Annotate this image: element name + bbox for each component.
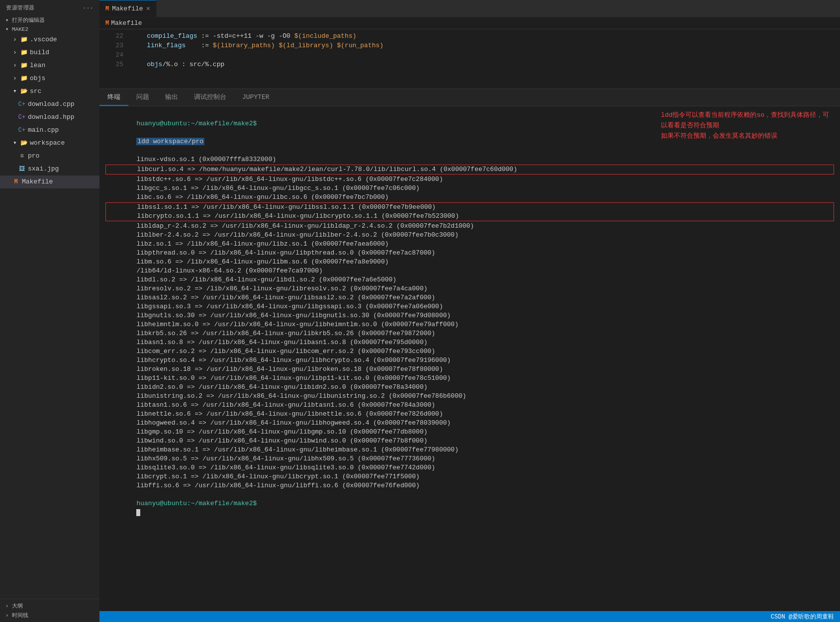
sidebar-item-main-cpp[interactable]: C+ main.cpp [0,124,99,137]
terminal-line-libcurl: libcurl.so.4 => /home/huanyu/makefile/ma… [105,165,834,175]
main-area: M Makefile × M Makefile 22 compile_flags… [99,0,840,622]
sidebar-more-button[interactable]: ··· [83,5,93,11]
status-bar-text: CSDN @爱听歌的周童鞋 [771,613,834,621]
timeline-label: 时间线 [12,612,28,619]
terminal-line-libsasl2: libsasl2.so.2 => /usr/lib/x86_64-linux-g… [105,293,834,302]
folder-icon: 📁 [20,73,28,84]
sidebar-item-objs[interactable]: 📁 objs [0,72,99,85]
terminal-line-libhx509: libhx509.so.5 => /usr/lib/x86_64-linux-g… [105,454,834,463]
terminal-line-libgssapi: libgssapi.so.3 => /usr/lib/x86_64-linux-… [105,302,834,311]
build-label: build [30,47,99,58]
workspace-label: workspace [30,138,99,149]
sidebar-item-src[interactable]: 📂 src [0,85,99,98]
sidebar-item-sxai[interactable]: 🖼 sxai.jpg [0,163,99,176]
terminal-line-libcrypt: libcrypt.so.1 => /lib/x86_64-linux-gnu/l… [105,472,834,481]
lean-label: lean [30,60,99,71]
terminal-line-libc: libc.so.6 => /lib/x86_64-linux-gnu/libc.… [105,193,834,202]
annotation-line1: ldd指令可以查看当前程序依赖的so，查找到具体路径，可以看看是否符合预期 [661,110,830,131]
make2-chevron [4,26,10,32]
terminal-line-libcrypto: libcrypto.so.1.1 => /usr/lib/x86_64-linu… [105,212,834,221]
outline-section[interactable]: 大纲 [0,601,99,611]
outline-chevron [4,603,10,609]
sidebar-item-download-cpp[interactable]: C+ download.cpp [0,98,99,111]
open-editors-label: 打开的编辑器 [12,16,45,24]
sidebar-item-pro[interactable]: ≡ pro [0,150,99,163]
objs-label: objs [30,73,99,84]
tab-jupyter[interactable]: JUPYTER [234,89,278,106]
sxai-label: sxai.jpg [28,164,99,175]
terminal-line-libkrb5: libkrb5.so.26 => /usr/lib/x86_64-linux-g… [105,329,834,338]
terminal-end-prompt: huanyu@ubuntu:~/makefile/make2$ [136,500,257,507]
hpp-icon: C+ [18,112,26,123]
terminal-line-libidn2: libidn2.so.0 => /usr/lib/x86_64-linux-gn… [105,383,834,392]
sidebar-item-download-hpp[interactable]: C+ download.hpp [0,111,99,124]
code-editor: 22 compile_flags := -std=c++11 -w -g -O0… [99,29,840,89]
sidebar-item-vscode[interactable]: 📁 .vscode [0,33,99,46]
tab-terminal[interactable]: 终端 [99,89,128,106]
terminal-line-libhcrypto: libhcrypto.so.4 => /usr/lib/x86_64-linux… [105,356,834,365]
code-line-23: 23 link_flags := $(library_paths) $(ld_l… [99,41,840,50]
terminal-line-libm: libm.so.6 => /lib/x86_64-linux-gnu/libm.… [105,258,834,267]
code-content: objs/%.o : src/%.cpp [131,60,836,69]
jpg-icon: 🖼 [18,164,26,175]
terminal-line-libz: libz.so.1 => /lib/x86_64-linux-gnu/libz.… [105,240,834,249]
sidebar-item-lean[interactable]: 📁 lean [0,59,99,72]
code-content [131,50,836,60]
terminal-end-prompt-line: huanyu@ubuntu:~/makefile/make2$ [105,490,834,526]
breadcrumb-icon: M [105,20,109,27]
workspace-folder-icon: 📂 [20,138,28,149]
open-editors-section[interactable]: 打开的编辑器 [0,15,99,25]
line-number: 24 [103,50,123,60]
make2-section[interactable]: MAKE2 [0,25,99,33]
makefile-label: Makefile [22,177,99,187]
sidebar-header: 资源管理器 ··· [0,0,99,15]
terminal-line-libasn1: libasn1.so.8 => /usr/lib/x86_64-linux-gn… [105,338,834,347]
code-line-25: 25 objs/%.o : src/%.cpp [99,60,840,69]
code-content: link_flags := $(library_paths) $(ld_libr… [131,41,836,50]
sidebar-item-workspace[interactable]: 📂 workspace [0,137,99,150]
sidebar-item-build[interactable]: 📁 build [0,46,99,59]
sidebar-item-makefile[interactable]: M Makefile [0,176,99,188]
tab-problems[interactable]: 问题 [128,89,157,106]
timeline-section[interactable]: 时间线 [0,611,99,620]
build-chevron [12,47,18,58]
terminal-line-libroken: libroken.so.18 => /usr/lib/x86_64-linux-… [105,365,834,374]
tab-makefile-icon: M [105,5,109,12]
main-cpp-label: main.cpp [28,125,99,136]
timeline-chevron [4,613,10,619]
make2-label: MAKE2 [12,26,28,32]
terminal-line-libstdc: libstdc++.so.6 => /usr/lib/x86_64-linux-… [105,175,834,184]
terminal-line-libtasn1: libtasn1.so.6 => /usr/lib/x86_64-linux-g… [105,401,834,410]
line-number: 22 [103,31,123,41]
terminal-line-liblber: liblber-2.4.so.2 => /usr/lib/x86_64-linu… [105,231,834,240]
terminal-line-libresolv: libresolv.so.2 => /lib/x86_64-linux-gnu/… [105,284,834,293]
status-bar: CSDN @爱听歌的周童鞋 [99,611,840,622]
terminal-line-libhogweed: libhogweed.so.4 => /usr/lib/x86_64-linux… [105,419,834,428]
terminal-command: ldd workspace/pro [136,138,204,145]
terminal-line-libcom: libcom_err.so.2 => /lib/x86_64-linux-gnu… [105,347,834,356]
tab-close-icon[interactable]: × [146,5,150,13]
terminal-line-libgnutls: libgnutls.so.30 => /usr/lib/x86_64-linux… [105,311,834,320]
cursor [136,509,140,516]
src-label: src [30,86,99,97]
terminal-line-libwind: libwind.so.0 => /usr/lib/x86_64-linux-gn… [105,437,834,445]
tab-output[interactable]: 输出 [157,89,186,106]
tab-makefile[interactable]: M Makefile × [99,0,157,17]
src-chevron [12,86,18,97]
folder-icon: 📁 [20,60,28,71]
terminal-line-ld: /lib64/ld-linux-x86-64.so.2 (0x00007fee7… [105,267,834,275]
terminal-line-libgcc: libgcc_s.so.1 => /lib/x86_64-linux-gnu/l… [105,184,834,193]
tab-debug-console[interactable]: 调试控制台 [186,89,234,106]
pro-label: pro [28,151,99,162]
terminal-line-libsqlite3: libsqlite3.so.0 => /lib/x86_64-linux-gnu… [105,463,834,472]
folder-icon: 📁 [20,34,28,45]
terminal-line-libldap: libldap_r-2.4.so.2 => /usr/lib/x86_64-li… [105,222,834,231]
terminal[interactable]: ldd指令可以查看当前程序依赖的so，查找到具体路径，可以看看是否符合预期 如果… [99,106,840,611]
sidebar: 资源管理器 ··· 打开的编辑器 MAKE2 📁 .vscode 📁 build… [0,0,99,622]
workspace-chevron [12,138,18,149]
sidebar-bottom: 大纲 时间线 [0,599,99,622]
annotation-box: ldd指令可以查看当前程序依赖的so，查找到具体路径，可以看看是否符合预期 如果… [661,110,830,141]
code-line-22: 22 compile_flags := -std=c++11 -w -g -O0… [99,31,840,41]
terminal-line-libunistring: libunistring.so.2 => /usr/lib/x86_64-lin… [105,392,834,401]
makefile-icon: M [12,177,20,187]
